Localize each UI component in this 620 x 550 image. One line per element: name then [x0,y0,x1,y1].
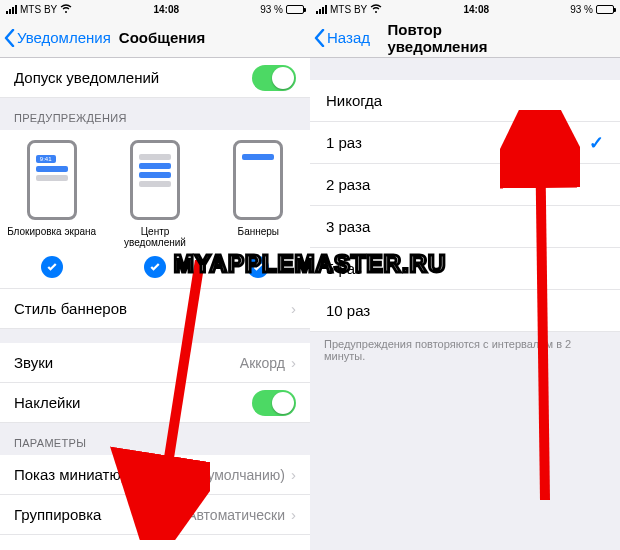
repeat-options-list: Никогда 1 раз✓ 2 раза 3 раза 5 раз 10 ра… [310,80,620,332]
battery-icon [286,5,304,14]
option-2[interactable]: 2 раза [310,164,620,206]
stickers-toggle[interactable] [252,390,296,416]
allow-notifications-row[interactable]: Допуск уведомлений [0,58,310,98]
carrier-label: MTS BY [20,4,57,15]
back-button[interactable]: Назад [310,29,370,47]
chevron-right-icon: › [291,466,296,483]
alert-banner-check[interactable] [247,256,269,278]
page-title: Повтор уведомления [388,21,543,55]
navbar: Назад Повтор уведомления [310,18,620,58]
chevron-right-icon: › [291,354,296,371]
repeat-row[interactable]: Повтор уведомления 1 раз › [0,535,310,550]
stickers-row[interactable]: Наклейки [0,383,310,423]
allow-label: Допуск уведомлений [14,69,252,86]
stickers-label: Наклейки [14,394,252,411]
clock: 14:08 [463,4,489,15]
thumbs-label: Показ миниатюр [14,466,135,483]
back-label: Уведомления [17,29,111,46]
grouping-label: Группировка [14,506,187,523]
alert-styles-group: 9:41 Блокировка экрана Центр уведомлений… [0,130,310,289]
option-never[interactable]: Никогда [310,80,620,122]
chevron-left-icon [314,29,325,47]
chevron-left-icon [4,29,15,47]
status-bar: MTS BY 14:08 93 % [0,0,310,18]
chevron-right-icon: › [291,300,296,317]
battery-icon [596,5,614,14]
wifi-icon [370,4,382,15]
banner-style-label: Стиль баннеров [14,300,285,317]
signal-icon [316,5,327,14]
thumbnails-row[interactable]: Показ миниатюр Всегда (по умолчанию) › [0,455,310,495]
allow-toggle[interactable] [252,65,296,91]
sounds-row[interactable]: Звуки Аккорд › [0,343,310,383]
option-3[interactable]: 3 раза [310,206,620,248]
chevron-right-icon: › [291,546,296,550]
alert-center-option[interactable]: Центр уведомлений [110,140,200,248]
sounds-value: Аккорд [240,355,285,371]
thumbs-value: Всегда (по умолчанию) [135,467,285,483]
clock: 14:08 [153,4,179,15]
alert-banner-label: Баннеры [238,226,279,237]
alert-lock-check[interactable] [41,256,63,278]
option-5[interactable]: 5 раз [310,248,620,290]
repeat-value: 1 раз [251,547,285,551]
params-section-header: ПАРАМЕТРЫ [0,423,310,455]
banner-style-row[interactable]: Стиль баннеров › [0,289,310,329]
phone-left-messages-settings: MTS BY 14:08 93 % Уведомления Сообщения … [0,0,310,550]
phone-right-repeat-settings: MTS BY 14:08 93 % Назад Повтор уведомлен… [310,0,620,550]
signal-icon [6,5,17,14]
status-bar: MTS BY 14:08 93 % [310,0,620,18]
battery-pct: 93 % [570,4,593,15]
battery-pct: 93 % [260,4,283,15]
wifi-icon [60,4,72,15]
option-10[interactable]: 10 раз [310,290,620,332]
navbar: Уведомления Сообщения [0,18,310,58]
alert-lockscreen-option[interactable]: 9:41 Блокировка экрана [7,140,97,248]
option-1[interactable]: 1 раз✓ [310,122,620,164]
carrier-label: MTS BY [330,4,367,15]
alert-lock-label: Блокировка экрана [7,226,96,237]
sounds-label: Звуки [14,354,240,371]
page-title: Сообщения [119,29,205,46]
repeat-label: Повтор уведомления [14,546,251,550]
alerts-section-header: ПРЕДУПРЕЖДЕНИЯ [0,98,310,130]
alert-center-label: Центр уведомлений [124,226,186,248]
alert-center-check[interactable] [144,256,166,278]
grouping-value: Автоматически [187,507,285,523]
alert-banner-option[interactable]: Баннеры [213,140,303,248]
chevron-right-icon: › [291,506,296,523]
back-button[interactable]: Уведомления [0,29,111,47]
back-label: Назад [327,29,370,46]
grouping-row[interactable]: Группировка Автоматически › [0,495,310,535]
checkmark-icon: ✓ [589,132,604,154]
repeat-footer: Предупреждения повторяются с интервалом … [310,332,620,368]
